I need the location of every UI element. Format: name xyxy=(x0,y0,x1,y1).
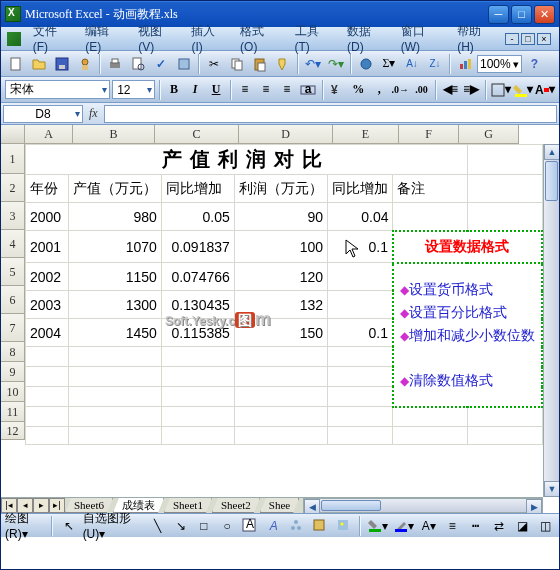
select-all-corner[interactable] xyxy=(1,125,25,144)
sheet-tab[interactable]: Shee xyxy=(260,498,299,513)
cut-button[interactable]: ✂ xyxy=(203,53,225,75)
cell[interactable] xyxy=(26,387,69,407)
cell[interactable] xyxy=(234,427,327,445)
help-button[interactable]: ? xyxy=(523,53,545,75)
row-header[interactable]: 6 xyxy=(1,286,25,314)
column-header[interactable]: G xyxy=(459,125,519,144)
scroll-up-button[interactable]: ▲ xyxy=(544,144,559,160)
italic-button[interactable]: I xyxy=(186,80,205,100)
cell[interactable] xyxy=(328,291,393,319)
open-button[interactable] xyxy=(28,53,50,75)
column-header[interactable]: C xyxy=(155,125,239,144)
mdi-restore[interactable]: □ xyxy=(521,33,535,45)
cell[interactable] xyxy=(467,427,542,445)
arrow-style-button[interactable]: ⇄ xyxy=(489,515,508,537)
cell[interactable] xyxy=(68,387,161,407)
cell[interactable] xyxy=(328,367,393,387)
scroll-left-button[interactable]: ◀ xyxy=(304,499,320,513)
close-button[interactable]: ✕ xyxy=(534,5,555,24)
cell[interactable] xyxy=(234,387,327,407)
line-style-button[interactable]: ≡ xyxy=(443,515,462,537)
cell[interactable]: 1300 xyxy=(68,291,161,319)
bold-button[interactable]: B xyxy=(165,80,184,100)
cell[interactable]: 同比增加 xyxy=(328,175,393,203)
cell[interactable] xyxy=(26,427,69,445)
textbox-button[interactable]: A xyxy=(241,515,260,537)
cell[interactable] xyxy=(161,347,234,367)
align-right-button[interactable]: ≡ xyxy=(278,80,297,100)
row-header[interactable]: 11 xyxy=(1,402,25,422)
sheet-tab-active[interactable]: 成绩表 xyxy=(113,498,164,513)
row-header[interactable]: 3 xyxy=(1,202,25,230)
horizontal-scrollbar[interactable]: ◀ ▶ xyxy=(303,498,543,513)
dash-style-button[interactable]: ┅ xyxy=(466,515,485,537)
comma-button[interactable]: , xyxy=(370,80,389,100)
cell[interactable]: 90 xyxy=(234,203,327,231)
decrease-decimal-button[interactable]: .00 xyxy=(412,80,431,100)
column-header[interactable]: B xyxy=(73,125,155,144)
font-color-button[interactable]: A▾ xyxy=(535,80,555,100)
scroll-thumb[interactable] xyxy=(545,161,558,201)
line-color-button[interactable]: ▾ xyxy=(393,515,415,537)
cell[interactable]: 2004 xyxy=(26,319,69,347)
tab-nav-last[interactable]: ▸| xyxy=(49,498,65,513)
row-header[interactable]: 7 xyxy=(1,314,25,342)
fx-icon[interactable]: fx xyxy=(89,106,98,121)
cell[interactable] xyxy=(161,367,234,387)
autoshapes-menu[interactable]: 自选图形(U)▾ xyxy=(83,510,144,541)
cell[interactable] xyxy=(68,427,161,445)
row-header[interactable]: 2 xyxy=(1,174,25,202)
column-header[interactable]: F xyxy=(399,125,459,144)
cell[interactable]: 1450 xyxy=(68,319,161,347)
clipart-button[interactable] xyxy=(311,515,330,537)
cell[interactable]: 2002 xyxy=(26,263,69,291)
oval-button[interactable]: ○ xyxy=(218,515,237,537)
redo-button[interactable]: ↷▾ xyxy=(325,53,347,75)
sheet-tab[interactable]: Sheet6 xyxy=(65,498,113,513)
align-center-button[interactable]: ≡ xyxy=(257,80,276,100)
print-button[interactable] xyxy=(104,53,126,75)
shadow-button[interactable]: ◪ xyxy=(512,515,531,537)
decrease-indent-button[interactable]: ◀≡ xyxy=(441,80,460,100)
row-header[interactable]: 1 xyxy=(1,144,25,174)
column-header[interactable]: E xyxy=(333,125,399,144)
sort-desc-button[interactable]: Z↓ xyxy=(424,53,446,75)
menu-window[interactable]: 窗口(W) xyxy=(395,21,449,56)
currency-button[interactable]: ¥ xyxy=(328,80,347,100)
cell[interactable]: 120 xyxy=(234,263,327,291)
cell[interactable]: 1150 xyxy=(68,263,161,291)
cell[interactable] xyxy=(328,263,393,291)
percent-button[interactable]: % xyxy=(349,80,368,100)
menu-file[interactable]: 文件(F) xyxy=(27,21,77,56)
cell[interactable]: 0.130435 xyxy=(161,291,234,319)
cell[interactable] xyxy=(26,367,69,387)
format-painter-button[interactable] xyxy=(272,53,294,75)
cell[interactable] xyxy=(467,407,542,427)
fill-color-drawing[interactable]: ▾ xyxy=(367,515,389,537)
cell[interactable]: 年份 xyxy=(26,175,69,203)
menu-data[interactable]: 数据(D) xyxy=(341,21,393,56)
cell[interactable]: 0.074766 xyxy=(161,263,234,291)
merge-button[interactable]: a xyxy=(299,80,318,100)
cell[interactable]: 150 xyxy=(234,319,327,347)
new-button[interactable] xyxy=(5,53,27,75)
cell[interactable] xyxy=(467,203,542,231)
arrow-button[interactable]: ↘ xyxy=(171,515,190,537)
menu-help[interactable]: 帮助(H) xyxy=(451,21,503,56)
permission-button[interactable] xyxy=(74,53,96,75)
cell[interactable]: 0.1 xyxy=(328,231,393,263)
underline-button[interactable]: U xyxy=(207,80,226,100)
cell[interactable] xyxy=(26,347,69,367)
row-header[interactable]: 10 xyxy=(1,382,25,402)
sort-asc-button[interactable]: A↓ xyxy=(401,53,423,75)
name-box[interactable]: D8 xyxy=(3,105,83,123)
cell[interactable] xyxy=(234,347,327,367)
menu-view[interactable]: 视图(V) xyxy=(132,21,183,56)
tab-nav-next[interactable]: ▸ xyxy=(33,498,49,513)
cell[interactable] xyxy=(161,387,234,407)
autosum-button[interactable]: Σ▾ xyxy=(378,53,400,75)
rectangle-button[interactable]: □ xyxy=(194,515,213,537)
cell[interactable]: 同比增加 xyxy=(161,175,234,203)
draw-menu[interactable]: 绘图(R)▾ xyxy=(5,510,45,541)
cells-area[interactable]: 产值利润对比年份产值（万元）同比增加利润（万元）同比增加备注20009800.0… xyxy=(25,144,543,497)
